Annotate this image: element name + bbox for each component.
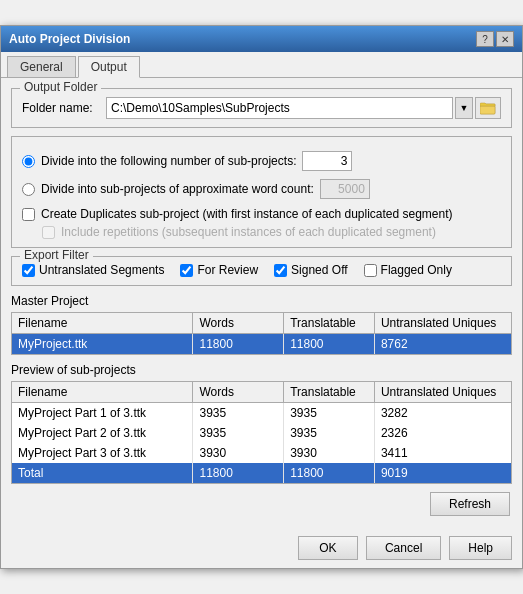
preview-filename-0: MyProject Part 1 of 3.ttk [12,403,193,423]
master-col-filename: Filename [12,313,193,333]
radio-sub-projects[interactable] [22,155,35,168]
preview-col-translatable: Translatable [284,382,375,402]
export-filter-group: Export Filter Untranslated Segments For … [11,256,512,286]
master-table-header: Filename Words Translatable Untranslated… [12,313,511,334]
export-checkbox-3[interactable] [364,264,377,277]
radio-word-count[interactable] [22,183,35,196]
export-checkbox-0[interactable] [22,264,35,277]
preview-uniques-0: 3282 [375,403,511,423]
output-folder-label: Output Folder [20,80,101,94]
preview-translatable-total: 11800 [284,463,375,483]
preview-section: Preview of sub-projects Filename Words T… [11,363,512,484]
preview-col-words: Words [193,382,284,402]
preview-col-filename: Filename [12,382,193,402]
master-project-label: Master Project [11,294,512,308]
export-filter-label: Export Filter [20,248,93,262]
include-repetitions-label: Include repetitions (subsequent instance… [61,225,436,239]
radio-row-1: Divide into the following number of sub-… [22,151,501,171]
folder-dropdown-arrow[interactable]: ▼ [455,97,473,119]
preview-translatable-2: 3930 [284,443,375,463]
master-col-uniques: Untranslated Uniques [375,313,511,333]
include-repetitions-checkbox[interactable] [42,226,55,239]
title-bar-buttons: ? ✕ [476,31,514,47]
preview-uniques-2: 3411 [375,443,511,463]
preview-words-0: 3935 [193,403,284,423]
close-title-button[interactable]: ✕ [496,31,514,47]
refresh-wrap: Refresh [11,488,512,520]
output-folder-group: Output Folder Folder name: ▼ [11,88,512,128]
master-project-table: Filename Words Translatable Untranslated… [11,312,512,355]
refresh-button[interactable]: Refresh [430,492,510,516]
preview-table-row-total[interactable]: Total 11800 11800 9019 [12,463,511,483]
help-button[interactable]: Help [449,536,512,560]
export-checkbox-2[interactable] [274,264,287,277]
preview-col-uniques: Untranslated Uniques [375,382,511,402]
preview-words-1: 3935 [193,423,284,443]
radio-row-2: Divide into sub-projects of approximate … [22,179,501,199]
preview-translatable-1: 3935 [284,423,375,443]
master-project-section: Master Project Filename Words Translatab… [11,294,512,355]
export-item-1: For Review [180,263,258,277]
export-item-0: Untranslated Segments [22,263,164,277]
preview-table-row-0[interactable]: MyProject Part 1 of 3.ttk 3935 3935 3282 [12,403,511,423]
folder-input-wrap: ▼ [106,97,501,119]
preview-table-row-2[interactable]: MyProject Part 3 of 3.ttk 3930 3930 3411 [12,443,511,463]
preview-label: Preview of sub-projects [11,363,512,377]
create-duplicates-checkbox[interactable] [22,208,35,221]
cancel-button[interactable]: Cancel [366,536,441,560]
export-filter-row: Untranslated Segments For Review Signed … [22,263,501,277]
tab-general[interactable]: General [7,56,76,77]
preview-filename-1: MyProject Part 2 of 3.ttk [12,423,193,443]
export-label-3: Flagged Only [381,263,452,277]
master-translatable: 11800 [284,334,375,354]
create-duplicates-label: Create Duplicates sub-project (with firs… [41,207,453,221]
master-uniques: 8762 [375,334,511,354]
preview-words-2: 3930 [193,443,284,463]
preview-words-total: 11800 [193,463,284,483]
folder-row: Folder name: ▼ [22,97,501,119]
dialog-title: Auto Project Division [9,32,130,46]
preview-table-row-1[interactable]: MyProject Part 2 of 3.ttk 3935 3935 2326 [12,423,511,443]
preview-table-header: Filename Words Translatable Untranslated… [12,382,511,403]
preview-uniques-total: 9019 [375,463,511,483]
svg-rect-1 [480,106,495,114]
preview-uniques-1: 2326 [375,423,511,443]
export-label-2: Signed Off [291,263,347,277]
radio-1-label: Divide into the following number of sub-… [41,154,296,168]
sub-projects-count[interactable] [302,151,352,171]
export-label-1: For Review [197,263,258,277]
preview-table: Filename Words Translatable Untranslated… [11,381,512,484]
radio-2-label: Divide into sub-projects of approximate … [41,182,314,196]
word-count-input[interactable] [320,179,370,199]
folder-name-label: Folder name: [22,101,102,115]
bottom-buttons: OK Cancel Help [1,530,522,568]
export-checkbox-1[interactable] [180,264,193,277]
title-bar: Auto Project Division ? ✕ [1,26,522,52]
folder-input[interactable] [106,97,453,119]
checkbox-row-1: Create Duplicates sub-project (with firs… [22,207,501,221]
help-title-button[interactable]: ? [476,31,494,47]
export-item-2: Signed Off [274,263,347,277]
folder-browse-button[interactable] [475,97,501,119]
export-item-3: Flagged Only [364,263,452,277]
dialog-content: Output Folder Folder name: ▼ [1,78,522,530]
tab-bar: General Output [1,52,522,78]
preview-translatable-0: 3935 [284,403,375,423]
tab-output[interactable]: Output [78,56,140,78]
division-options-group: Divide into the following number of sub-… [11,136,512,248]
preview-filename-total: Total [12,463,193,483]
export-label-0: Untranslated Segments [39,263,164,277]
preview-filename-2: MyProject Part 3 of 3.ttk [12,443,193,463]
master-table-row[interactable]: MyProject.ttk 11800 11800 8762 [12,334,511,354]
master-col-words: Words [193,313,284,333]
dialog: Auto Project Division ? ✕ General Output… [0,25,523,569]
master-col-translatable: Translatable [284,313,375,333]
master-words: 11800 [193,334,284,354]
folder-icon [480,101,496,115]
sub-checkbox-row: Include repetitions (subsequent instance… [42,225,501,239]
ok-button[interactable]: OK [298,536,358,560]
master-filename: MyProject.ttk [12,334,193,354]
